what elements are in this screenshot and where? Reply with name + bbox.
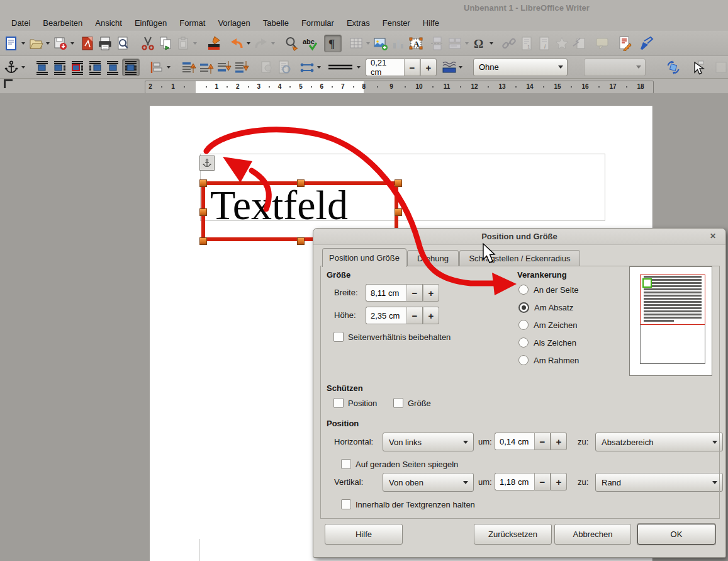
frame-spacing-dropdown-arrow[interactable]	[316, 59, 322, 76]
redo-dropdown-arrow	[270, 35, 276, 52]
anchor-marker-icon[interactable]	[199, 156, 215, 171]
svg-text:Ω: Ω	[474, 37, 483, 50]
menu-format[interactable]: Format	[173, 16, 211, 30]
bring-to-front-button[interactable]	[181, 59, 197, 76]
menu-tabelle[interactable]: Tabelle	[257, 16, 295, 30]
pdf-icon	[80, 36, 95, 51]
new-document-button[interactable]	[3, 35, 20, 52]
insert-endnote-button: i	[536, 35, 552, 52]
insert-footnote-button: 1	[518, 35, 535, 52]
horizontal-ruler[interactable]: 21123456789101112131415161718	[145, 81, 654, 94]
export-pdf-button[interactable]	[79, 35, 96, 52]
tabstop-selector-icon[interactable]	[4, 79, 13, 88]
insert-text-box-button[interactable]: A	[408, 35, 424, 52]
ruler-number: 10	[415, 83, 422, 90]
find-and-replace-button[interactable]	[284, 35, 300, 52]
ruler-number: 4	[278, 83, 282, 90]
reset-button[interactable]: Zurücksetzen	[474, 524, 552, 545]
border-width-value-field[interactable]: 0,21 cm	[366, 59, 404, 76]
print-button[interactable]	[97, 35, 113, 52]
border-width-increment-button[interactable]: +	[420, 59, 437, 76]
wrap-off-button[interactable]	[34, 59, 50, 76]
insert-table-dropdown-arrow	[365, 35, 371, 52]
frame-spacing-button[interactable]	[299, 59, 315, 76]
insert-special-character-button[interactable]: Ω	[471, 35, 488, 52]
frame-resize-handle[interactable]	[199, 208, 207, 216]
border-style-combobox[interactable]: Ohne	[473, 59, 568, 76]
open-document-button[interactable]	[28, 35, 44, 52]
insert-image-button[interactable]	[372, 35, 389, 52]
tab-drehung[interactable]: Drehung	[407, 250, 459, 266]
tab-position-und-gr-e[interactable]: Position und Größe	[322, 248, 406, 267]
wrap-before-button[interactable]	[87, 59, 103, 76]
close-icon[interactable]: ✕	[708, 231, 718, 241]
menu-formular[interactable]: Formular	[295, 16, 340, 30]
print-preview-button[interactable]	[115, 35, 131, 52]
border-width-decrement-button[interactable]: −	[404, 59, 420, 76]
bring-forward-button[interactable]	[198, 59, 215, 76]
frame-resize-handle[interactable]	[297, 179, 305, 187]
bordercolor-icon	[441, 60, 456, 75]
frame-resize-handle[interactable]	[395, 208, 402, 216]
object-align-dropdown-arrow[interactable]	[165, 59, 172, 76]
send-backward-button[interactable]	[216, 59, 232, 76]
menu-einfgen[interactable]: Einfügen	[128, 16, 173, 30]
chart-icon	[391, 36, 406, 51]
border-style-value: Ohne	[479, 62, 499, 72]
ok-button[interactable]: OK	[637, 524, 715, 545]
rotate-object-button[interactable]	[665, 59, 681, 76]
frame-resize-handle[interactable]	[199, 237, 207, 245]
window-titlebar[interactable]: Unbenannt 1 - LibreOffice Writer	[0, 0, 728, 15]
undo-dropdown-arrow[interactable]	[245, 35, 252, 52]
save-document-dropdown-arrow[interactable]	[69, 35, 76, 52]
paste-icon	[176, 36, 191, 51]
cut-button[interactable]	[140, 35, 156, 52]
tab-schr-gstellen-eckenradius[interactable]: Schrägstellen / Eckenradius	[459, 250, 580, 266]
wrap-after-button[interactable]	[104, 59, 121, 76]
open-document-dropdown-arrow[interactable]	[45, 35, 51, 52]
group-objects-button	[259, 59, 275, 76]
wrap-through-button[interactable]	[122, 59, 140, 76]
formatting-marks-button[interactable]: ¶	[324, 35, 342, 52]
new-document-dropdown-arrow[interactable]	[20, 35, 26, 52]
undo-button[interactable]	[228, 35, 245, 52]
border-color-button[interactable]	[440, 59, 457, 76]
menu-datei[interactable]: Datei	[5, 16, 36, 30]
ruler-number: 1	[171, 83, 175, 90]
menu-vorlagen[interactable]: Vorlagen	[211, 16, 256, 30]
wrap-on-button[interactable]	[52, 59, 68, 76]
copy-button[interactable]	[157, 35, 174, 52]
frame-resize-handle[interactable]	[395, 179, 402, 187]
save-icon	[53, 36, 68, 51]
frame-resize-handle[interactable]	[199, 179, 207, 187]
wrap-ideal-button[interactable]	[69, 59, 86, 76]
object-align-button[interactable]	[148, 59, 165, 76]
forward-icon	[199, 60, 214, 75]
clone-formatting-button[interactable]	[206, 35, 222, 52]
frame-resize-handle[interactable]	[297, 237, 305, 245]
menu-extras[interactable]: Extras	[340, 16, 376, 30]
track-changes-button[interactable]	[617, 35, 633, 52]
menu-ansicht[interactable]: Ansicht	[89, 16, 128, 30]
spelling-check-button[interactable]: abc	[301, 35, 318, 52]
anchor-menu-dropdown-arrow[interactable]	[20, 59, 26, 76]
anchor-menu-button[interactable]	[3, 59, 20, 76]
select-pointer-button[interactable]	[689, 59, 705, 76]
show-draw-functions-button[interactable]	[638, 35, 654, 52]
help-button[interactable]: Hilfe	[325, 524, 403, 545]
group2-icon	[277, 60, 292, 75]
border-line-style-dropdown-arrow[interactable]	[356, 59, 362, 76]
border-line-style-button[interactable]	[326, 59, 355, 76]
save-document-button[interactable]	[52, 35, 69, 52]
dialog-titlebar[interactable]: Position und Größe ✕	[313, 229, 725, 245]
redo-icon	[254, 36, 269, 51]
menu-fenster[interactable]: Fenster	[376, 16, 417, 30]
undo-icon	[229, 36, 244, 51]
cancel-button[interactable]: Abbrechen	[554, 524, 631, 545]
send-to-back-button[interactable]	[233, 59, 250, 76]
menu-hilfe[interactable]: Hilfe	[417, 16, 445, 30]
insert-special-character-dropdown-arrow[interactable]	[488, 35, 495, 52]
toback-icon	[234, 60, 249, 75]
border-color-dropdown-arrow[interactable]	[457, 59, 464, 76]
menu-bearbeiten[interactable]: Bearbeiten	[36, 16, 89, 30]
